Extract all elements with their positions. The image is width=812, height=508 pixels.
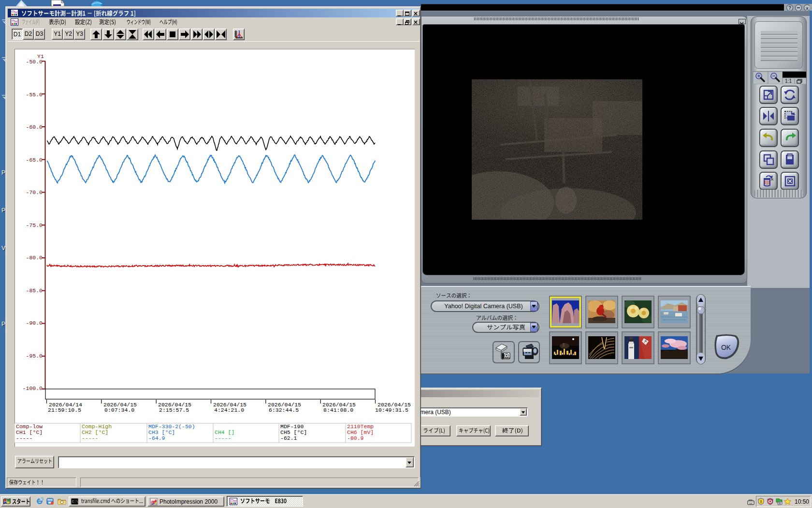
svg-text:?: ? bbox=[788, 5, 791, 11]
svg-text:!: ! bbox=[760, 499, 762, 504]
svg-text:-----: ----- bbox=[82, 435, 99, 441]
svg-text:-100.0: -100.0 bbox=[23, 385, 43, 391]
svg-text:1:1: 1:1 bbox=[785, 78, 792, 84]
svg-text:-65.0: -65.0 bbox=[26, 157, 43, 163]
svg-text:10:49:31.5: 10:49:31.5 bbox=[375, 407, 408, 413]
svg-text:21:59:10.5: 21:59:10.5 bbox=[48, 407, 81, 413]
svg-text:C:\: C:\ bbox=[72, 500, 78, 504]
svg-text:-60.0: -60.0 bbox=[26, 124, 43, 130]
svg-text:-----: ----- bbox=[16, 435, 33, 441]
svg-text:-62.1: -62.1 bbox=[280, 435, 297, 441]
svg-text:-55.0: -55.0 bbox=[26, 91, 43, 98]
svg-text:4:24:21.0: 4:24:21.0 bbox=[214, 407, 244, 413]
svg-text:-80.9: -80.9 bbox=[347, 435, 364, 441]
svg-text:x: x bbox=[806, 6, 808, 11]
svg-text:OK: OK bbox=[721, 344, 731, 351]
svg-text:-90.0: -90.0 bbox=[26, 320, 43, 326]
svg-text:-95.0: -95.0 bbox=[26, 353, 43, 359]
svg-text:8:41:08.0: 8:41:08.0 bbox=[323, 407, 353, 413]
svg-text:-50.0: -50.0 bbox=[26, 59, 43, 65]
svg-text:-70.0: -70.0 bbox=[26, 189, 43, 195]
svg-text:-64.9: -64.9 bbox=[148, 435, 165, 441]
svg-text:0:07:34.0: 0:07:34.0 bbox=[104, 407, 134, 413]
svg-text:-75.0: -75.0 bbox=[26, 222, 43, 228]
svg-text:6:32:44.5: 6:32:44.5 bbox=[269, 407, 299, 413]
svg-text:-85.0: -85.0 bbox=[26, 287, 43, 294]
svg-text:-----: ----- bbox=[215, 435, 232, 441]
svg-text:2:15:57.5: 2:15:57.5 bbox=[159, 407, 189, 413]
svg-text:-80.0: -80.0 bbox=[26, 254, 43, 261]
